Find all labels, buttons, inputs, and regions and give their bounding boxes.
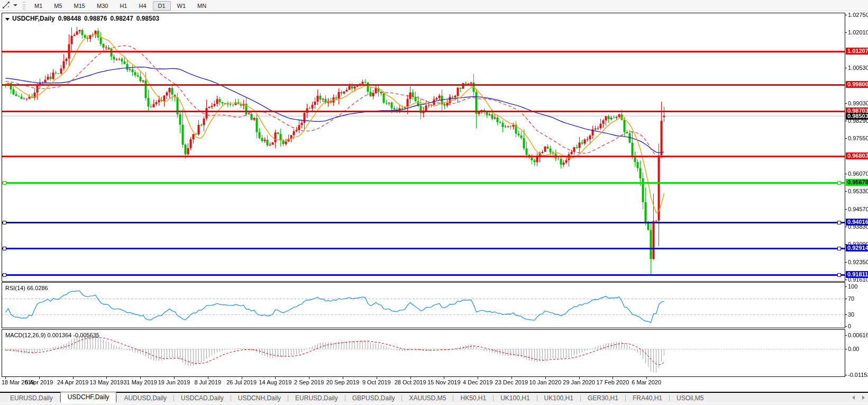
chart-tab-eurusd-daily[interactable]: EURUSD,Daily	[288, 393, 345, 403]
chart-tabbar: EURUSD,DailyUSDCHF,DailyAUDUSD,DailyUSDC…	[0, 393, 868, 403]
chart-tab-eurusd-daily[interactable]: EURUSD,Daily	[3, 393, 60, 403]
chart-tab-usdcnh-daily[interactable]: USDCNH,Daily	[231, 393, 288, 403]
chart-tab-usdchf-daily[interactable]: USDCHF,Daily	[60, 392, 117, 403]
chart-tab-uk100-h1[interactable]: UK100,H1	[494, 393, 536, 403]
chart-tab-uk100-h1[interactable]: UK100,H1	[537, 393, 580, 403]
chart-tab-usdcad-daily[interactable]: USDCAD,Daily	[174, 393, 231, 403]
price-chart-canvas[interactable]	[0, 0, 868, 405]
tab-scroll-right-icon[interactable]	[862, 395, 865, 400]
status-strip	[0, 403, 868, 405]
chart-tab-hk50-h1[interactable]: HK50,H1	[453, 393, 493, 403]
chart-tab-ger30-h1[interactable]: GER30,H1	[581, 393, 625, 403]
tab-scroll-left-icon[interactable]	[852, 395, 855, 400]
chart-tab-xauusd-m5[interactable]: XAUUSD,M5	[402, 393, 453, 403]
mt4-window: M1M5M15M30H1H4D1W1MN USDCHF,Daily0.98448…	[0, 0, 868, 405]
chart-tab-usoil-m5[interactable]: USOil,M5	[670, 393, 710, 403]
chart-tab-fra40-h1[interactable]: FRA40,H1	[626, 393, 669, 403]
tab-scroll-nav	[852, 395, 865, 400]
chart-tab-gbpusd-daily[interactable]: GBPUSD,Daily	[345, 393, 402, 403]
chart-tab-audusd-daily[interactable]: AUDUSD,Daily	[117, 393, 173, 403]
